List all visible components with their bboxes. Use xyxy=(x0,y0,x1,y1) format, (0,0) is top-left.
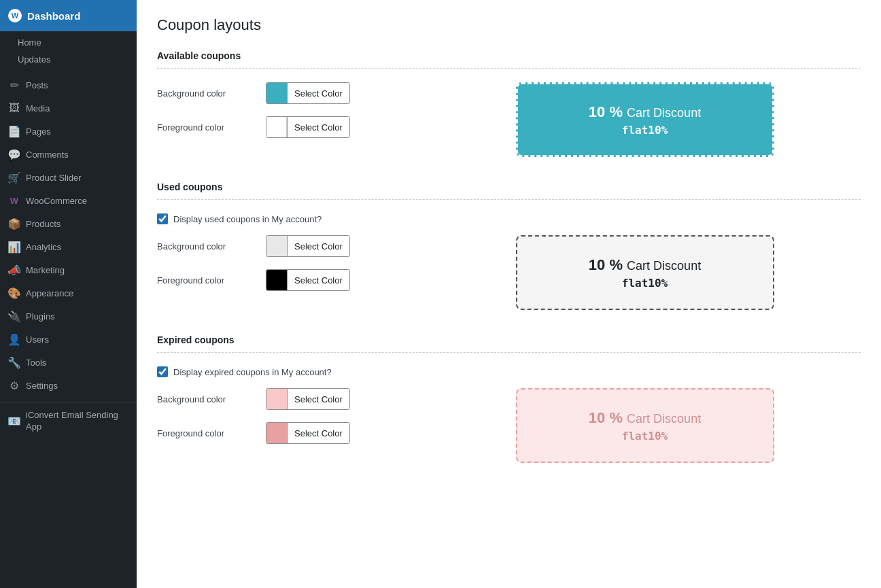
used-bg-color-row: Background color Select Color xyxy=(157,235,388,257)
available-coupon-preview: 10 % Cart Discount flat10% xyxy=(516,82,774,157)
main-content: Coupon layouts Available coupons Backgro… xyxy=(137,0,881,588)
analytics-icon: 📊 xyxy=(8,241,20,253)
product-slider-icon: 🛒 xyxy=(8,171,20,184)
sidebar-item-product-slider[interactable]: 🛒 Product Slider xyxy=(0,166,137,189)
available-coupon-preview-area: 10 % Cart Discount flat10% xyxy=(429,82,861,157)
available-bg-color-picker[interactable]: Select Color xyxy=(266,82,350,104)
used-coupon-code: flat10% xyxy=(622,277,668,290)
used-fg-select-color-label: Select Color xyxy=(287,270,349,290)
sidebar-item-users[interactable]: 👤 Users xyxy=(0,328,137,351)
available-coupon-discount: 10 % Cart Discount xyxy=(589,103,701,121)
sidebar-item-comments[interactable]: 💬 Comments xyxy=(0,143,137,166)
expired-fg-color-row: Foreground color Select Color xyxy=(157,422,388,444)
dashboard-menu-item[interactable]: W Dashboard xyxy=(0,0,137,31)
available-coupons-section: Available coupons Background color Selec… xyxy=(157,50,861,157)
used-bg-color-swatch xyxy=(266,236,287,256)
expired-coupon-text: Cart Discount xyxy=(627,412,701,426)
sidebar-item-label: Media xyxy=(26,103,50,114)
sidebar-item-label: Product Slider xyxy=(26,173,82,183)
sidebar-item-label: Marketing xyxy=(26,265,65,275)
woocommerce-icon: W xyxy=(8,194,20,207)
iconvert-icon: 📧 xyxy=(8,415,20,428)
sidebar-item-label: Posts xyxy=(26,80,48,90)
posts-icon: ✏ xyxy=(8,79,20,91)
available-coupons-content: Background color Select Color Foreground… xyxy=(157,82,861,157)
used-coupon-preview: 10 % Cart Discount flat10% xyxy=(516,235,774,310)
expired-fg-color-swatch xyxy=(266,423,287,443)
used-coupons-content: Background color Select Color Foreground… xyxy=(157,235,861,310)
sidebar-item-label: Users xyxy=(26,334,49,345)
sidebar-item-label: Appearance xyxy=(26,288,73,298)
used-coupons-checkbox-row: Display used coupons in My account? xyxy=(157,213,861,224)
media-icon: 🖼 xyxy=(8,102,20,114)
sidebar-item-updates[interactable]: Updates xyxy=(0,51,137,68)
sidebar-item-iconvert[interactable]: 📧 iConvert Email Sending App xyxy=(0,402,137,438)
expired-coupons-fields: Background color Select Color Foreground… xyxy=(157,388,388,456)
sidebar-item-woocommerce[interactable]: W WooCommerce xyxy=(0,189,137,212)
used-coupons-section: Used coupons Display used coupons in My … xyxy=(157,181,861,310)
appearance-icon: 🎨 xyxy=(8,287,20,299)
used-coupons-checkbox-label: Display used coupons in My account? xyxy=(173,214,322,224)
sidebar-item-label: Analytics xyxy=(26,242,61,252)
expired-coupons-content: Background color Select Color Foreground… xyxy=(157,388,861,463)
available-coupon-percent: 10 % xyxy=(589,103,623,120)
dashboard-icon: W xyxy=(8,9,22,22)
used-fg-color-label: Foreground color xyxy=(157,275,266,286)
expired-bg-color-row: Background color Select Color xyxy=(157,388,388,410)
used-coupon-percent: 10 % xyxy=(589,256,623,273)
sidebar-item-settings[interactable]: ⚙ Settings xyxy=(0,374,137,397)
available-fg-color-picker[interactable]: Select Color xyxy=(266,116,350,138)
used-bg-select-color-label: Select Color xyxy=(287,236,349,256)
comments-icon: 💬 xyxy=(8,148,20,160)
sidebar-item-marketing[interactable]: 📣 Marketing xyxy=(0,258,137,281)
sidebar-item-appearance[interactable]: 🎨 Appearance xyxy=(0,281,137,305)
sidebar-item-products[interactable]: 📦 Products xyxy=(0,212,137,235)
expired-coupons-checkbox-label: Display expired coupons in My account? xyxy=(173,367,332,377)
sidebar-item-media[interactable]: 🖼 Media xyxy=(0,97,137,120)
expired-coupon-preview: 10 % Cart Discount flat10% xyxy=(516,388,774,463)
sidebar-item-pages[interactable]: 📄 Pages xyxy=(0,120,137,143)
used-bg-color-label: Background color xyxy=(157,241,266,252)
expired-coupons-checkbox-row: Display expired coupons in My account? xyxy=(157,366,861,377)
available-fg-color-row: Foreground color Select Color xyxy=(157,116,388,138)
pages-icon: 📄 xyxy=(8,125,20,137)
users-icon: 👤 xyxy=(8,333,20,345)
used-bg-color-picker[interactable]: Select Color xyxy=(266,235,350,257)
dashboard-label: Dashboard xyxy=(27,10,80,22)
available-fg-color-label: Foreground color xyxy=(157,122,266,133)
expired-coupon-preview-area: 10 % Cart Discount flat10% xyxy=(429,388,861,463)
used-fg-color-picker[interactable]: Select Color xyxy=(266,269,350,291)
sidebar-item-label: WooCommerce xyxy=(26,196,87,206)
settings-icon: ⚙ xyxy=(8,379,20,392)
expired-fg-color-label: Foreground color xyxy=(157,428,266,438)
used-coupons-heading: Used coupons xyxy=(157,181,861,200)
used-coupon-text: Cart Discount xyxy=(627,259,701,273)
sidebar-item-analytics[interactable]: 📊 Analytics xyxy=(0,235,137,258)
sidebar-item-label: Settings xyxy=(26,381,58,391)
expired-fg-color-picker[interactable]: Select Color xyxy=(266,422,350,444)
sidebar-item-label: Comments xyxy=(26,150,69,160)
expired-coupons-checkbox[interactable] xyxy=(157,366,168,377)
products-icon: 📦 xyxy=(8,218,20,230)
sidebar-item-tools[interactable]: 🔧 Tools xyxy=(0,351,137,374)
available-bg-color-swatch xyxy=(266,83,287,103)
tools-icon: 🔧 xyxy=(8,356,20,368)
sidebar: W Dashboard Home Updates ✏ Posts 🖼 Media… xyxy=(0,0,137,588)
used-coupons-checkbox[interactable] xyxy=(157,213,168,224)
expired-coupon-code: flat10% xyxy=(622,430,668,443)
expired-bg-color-picker[interactable]: Select Color xyxy=(266,388,350,410)
used-coupon-discount: 10 % Cart Discount xyxy=(589,256,701,274)
available-fg-color-swatch xyxy=(266,117,287,137)
sidebar-item-label: Products xyxy=(26,219,61,229)
expired-coupon-discount: 10 % Cart Discount xyxy=(589,409,701,427)
expired-coupons-section: Expired coupons Display expired coupons … xyxy=(157,334,861,463)
available-coupon-code: flat10% xyxy=(622,124,668,137)
sidebar-item-plugins[interactable]: 🔌 Plugins xyxy=(0,305,137,328)
sidebar-item-posts[interactable]: ✏ Posts xyxy=(0,73,137,97)
sidebar-item-label: Plugins xyxy=(26,311,55,322)
available-bg-color-label: Background color xyxy=(157,88,266,99)
sidebar-item-home[interactable]: Home xyxy=(0,34,137,51)
expired-coupons-heading: Expired coupons xyxy=(157,334,861,353)
available-fg-select-color-label: Select Color xyxy=(287,117,349,137)
expired-fg-select-color-label: Select Color xyxy=(287,423,349,443)
